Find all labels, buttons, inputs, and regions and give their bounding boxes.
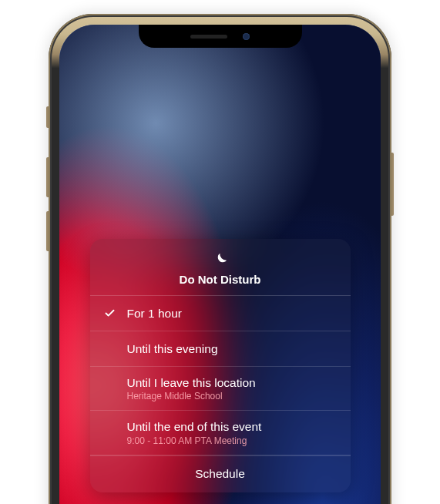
- front-camera: [243, 33, 250, 40]
- do-not-disturb-panel: Do Not Disturb For 1 hour Until this eve…: [90, 239, 351, 492]
- checkmark-icon: [104, 307, 127, 319]
- option-text: For 1 hour: [127, 306, 337, 321]
- iphone-device-frame: Do Not Disturb For 1 hour Until this eve…: [49, 14, 391, 504]
- schedule-button[interactable]: Schedule: [90, 455, 351, 492]
- option-text: Until I leave this location Heritage Mid…: [127, 375, 337, 402]
- option-label: For 1 hour: [127, 306, 337, 321]
- dnd-option-until-event-end[interactable]: Until the end of this event 9:00 - 11:00…: [90, 411, 351, 455]
- dnd-title: Do Not Disturb: [180, 273, 261, 286]
- option-sublabel: 9:00 - 11:00 AM PTA Meeting: [127, 435, 337, 446]
- dnd-option-for-1-hour[interactable]: For 1 hour: [90, 296, 351, 331]
- option-text: Until this evening: [127, 341, 337, 356]
- silence-switch: [46, 106, 49, 128]
- option-text: Until the end of this event 9:00 - 11:00…: [127, 419, 337, 445]
- schedule-label: Schedule: [195, 467, 245, 480]
- phone-side-buttons-left: [46, 106, 49, 265]
- option-label: Until I leave this location: [127, 375, 337, 390]
- dnd-option-until-leave-location[interactable]: Until I leave this location Heritage Mid…: [90, 367, 351, 411]
- speaker-grill: [190, 35, 227, 39]
- dnd-option-until-evening[interactable]: Until this evening: [90, 331, 351, 367]
- display-notch: [139, 25, 302, 48]
- dnd-header: Do Not Disturb: [90, 239, 351, 296]
- moon-icon: [212, 251, 229, 268]
- volume-up-button: [46, 157, 49, 197]
- option-label: Until this evening: [127, 341, 337, 356]
- power-button: [391, 153, 394, 216]
- volume-down-button: [46, 211, 49, 251]
- option-label: Until the end of this event: [127, 419, 337, 434]
- option-sublabel: Heritage Middle School: [127, 391, 337, 402]
- phone-screen: Do Not Disturb For 1 hour Until this eve…: [59, 25, 381, 504]
